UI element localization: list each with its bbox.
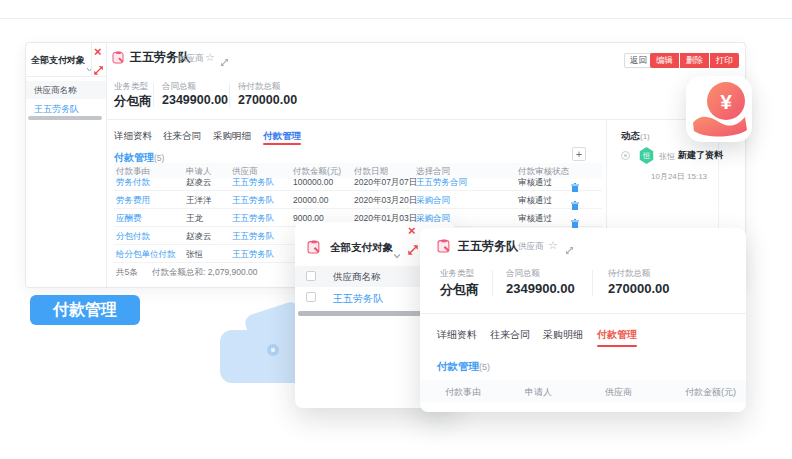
expand-diagonal-icon[interactable]	[93, 62, 104, 80]
yuan-symbol: ¥	[720, 90, 732, 113]
screenshot-stage: 全部支付对象 × 供应商名称 王五劳务队 王五劳务队 供	[0, 0, 792, 459]
tab-details[interactable]: 详细资料	[437, 328, 477, 342]
supplier-list-header: 供应商名称	[26, 81, 106, 99]
active-tab-underline	[263, 143, 301, 145]
clock-dot	[624, 154, 627, 157]
supplier-link[interactable]: 王五劳务队	[232, 173, 275, 191]
icon-box-divider	[91, 43, 92, 76]
tab-contracts[interactable]: 往来合同	[163, 130, 201, 143]
field-label: 业务类型	[114, 81, 148, 93]
field-label: 合同总额	[162, 81, 196, 93]
filter-dropdown[interactable]: 全部支付对象	[330, 241, 393, 255]
print-button[interactable]: 打印	[710, 53, 739, 68]
field-label: 待付款总额	[608, 268, 651, 280]
delete-button[interactable]: 删除	[680, 53, 709, 68]
panel-divider	[106, 43, 107, 287]
contract-link[interactable]: 王五劳务合同	[416, 173, 467, 191]
supplier-link[interactable]: 王五劳务队	[232, 191, 275, 209]
field-value: 分包商	[440, 281, 479, 299]
field-value: 2349900.00	[506, 281, 575, 296]
payment-management-badge: 付款管理	[30, 295, 140, 325]
filter-panel-scrollbar[interactable]	[28, 116, 102, 120]
fullscreen-icon[interactable]	[565, 241, 574, 259]
clipboard-icon	[307, 240, 321, 258]
clipboard-icon	[112, 50, 125, 68]
supplier-list-item[interactable]: 王五劳务队	[34, 103, 79, 116]
add-payment-button[interactable]: +	[572, 147, 586, 161]
record-type-label: 供应商	[178, 53, 204, 65]
field-value: 分包商	[114, 93, 152, 110]
tab-payments-active[interactable]: 付款管理	[263, 130, 301, 143]
field-value: 270000.00	[238, 93, 297, 107]
back-button[interactable]: 返回	[624, 53, 653, 68]
avatar: 恒	[639, 147, 654, 164]
section-title: 付款管理(5)	[437, 360, 490, 374]
fullscreen-icon[interactable]	[220, 53, 229, 71]
field-label: 业务类型	[440, 268, 474, 280]
filter-dropdown[interactable]: 全部支付对象	[31, 54, 85, 67]
expand-diagonal-icon[interactable]	[407, 242, 419, 260]
payment-link[interactable]: 劳务付款	[116, 173, 150, 191]
field-value: 270000.00	[608, 281, 669, 296]
payment-app-icon: ¥	[686, 76, 752, 142]
payment-link[interactable]: 应酬费	[116, 209, 142, 227]
toolbar-red-group: 编辑 删除 打印	[650, 53, 739, 68]
tab-purchases[interactable]: 采购明细	[543, 328, 583, 342]
table-header: 付款事由 申请人 供应商 付款金额(元)	[420, 380, 746, 403]
supplier-link[interactable]: 王五劳务队	[232, 245, 275, 263]
field-label: 待付款总额	[238, 81, 281, 93]
tab-purchases[interactable]: 采购明细	[213, 130, 251, 143]
activity-time: 10月24日 15:13	[651, 171, 707, 182]
supplier-link[interactable]: 王五劳务队	[232, 227, 275, 245]
tab-details[interactable]: 详细资料	[114, 130, 152, 143]
record-type-label: 供应商	[518, 241, 544, 253]
close-icon[interactable]: ×	[94, 46, 102, 57]
table-footer: 共5条 付款金额总和: 2,079,900.00	[116, 267, 257, 279]
tab-contracts[interactable]: 往来合同	[490, 328, 530, 342]
activity-user[interactable]: 张恒	[659, 151, 675, 162]
top-divider	[0, 18, 792, 19]
activity-action: 新建了资料	[678, 149, 723, 162]
supplier-link[interactable]: 王五劳务队	[232, 209, 275, 227]
payment-link[interactable]: 分包付款	[116, 227, 150, 245]
field-divider	[592, 270, 593, 296]
payment-link[interactable]: 给分包单位付款	[116, 245, 176, 263]
field-divider	[153, 83, 154, 107]
activity-title: 动态(1)	[621, 130, 650, 143]
tab-payments-active[interactable]: 付款管理	[597, 328, 637, 342]
content-divider	[106, 119, 746, 120]
favorite-star-icon[interactable]: ☆	[548, 240, 558, 251]
record-title: 王五劳务队	[458, 238, 518, 255]
select-all-checkbox[interactable]	[306, 271, 316, 281]
row-checkbox[interactable]	[306, 292, 316, 302]
chevron-down-icon[interactable]	[393, 245, 401, 263]
field-divider	[492, 270, 493, 296]
field-label: 合同总额	[506, 268, 540, 280]
timeline-clock-icon	[621, 151, 630, 160]
close-icon[interactable]: ×	[408, 225, 416, 236]
field-divider	[229, 83, 230, 107]
table-row: 劳务费用 王洋洋 王五劳务队 20000.00 2020年03月20日 采购合同…	[114, 191, 602, 209]
field-value: 2349900.00	[162, 93, 228, 107]
active-tab-underline	[597, 345, 637, 347]
payment-link[interactable]: 劳务费用	[116, 191, 150, 209]
clipboard-icon	[437, 239, 451, 257]
favorite-star-icon[interactable]: ☆	[205, 52, 215, 63]
supplier-link[interactable]: 王五劳务队	[333, 292, 383, 306]
supplier-detail-overlay-window: 王五劳务队 供应商 ☆ 业务类型 分包商 合同总额 2349900.00 待付款…	[420, 228, 746, 412]
table-row: 劳务付款 赵凌云 王五劳务队 100000.00 2020年07月07日 王五劳…	[114, 173, 602, 191]
content-divider	[420, 313, 746, 314]
edit-button[interactable]: 编辑	[650, 53, 679, 68]
contract-link[interactable]: 采购合同	[416, 191, 450, 209]
